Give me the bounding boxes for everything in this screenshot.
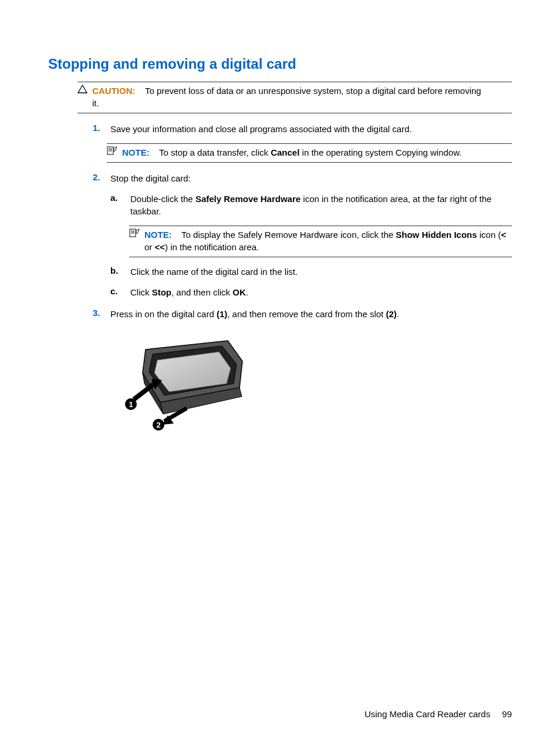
footer-section-title: Using Media Card Reader cards <box>365 709 490 719</box>
step-2: 2. Stop the digital card: a. Double-clic… <box>93 172 512 298</box>
note-icon <box>107 146 118 157</box>
note-callout-2: NOTE: To display the Safely Remove Hardw… <box>129 226 512 257</box>
note-1-text: To stop a data transfer, click Cancel in… <box>152 147 462 157</box>
step-2-text: Stop the digital card: <box>110 173 191 183</box>
caution-callout: CAUTION: To prevent loss of data or an u… <box>77 82 512 113</box>
substep-c-text: Click Stop, and then click OK. <box>130 287 248 297</box>
substep-letter: a. <box>110 193 118 203</box>
page-footer: Using Media Card Reader cards 99 <box>365 709 512 719</box>
sub-steps-list: a. Double-click the Safely Remove Hardwa… <box>110 193 512 298</box>
note-label: NOTE: <box>122 147 150 157</box>
main-steps-list: 1. Save your information and close all p… <box>93 123 512 445</box>
step-1-text: Save your information and close all prog… <box>110 124 412 134</box>
svg-rect-4 <box>130 229 136 237</box>
step-3: 3. Press in on the digital card (1), and… <box>93 308 512 445</box>
substep-b: b. Click the name of the digital card in… <box>110 266 512 278</box>
substep-letter: c. <box>110 286 118 296</box>
substep-a: a. Double-click the Safely Remove Hardwa… <box>110 193 512 257</box>
substep-a-text: Double-click the Safely Remove Hardware … <box>130 194 491 216</box>
step-number: 1. <box>93 123 100 133</box>
svg-text:2: 2 <box>156 421 160 429</box>
caution-text-2: it. <box>92 97 512 109</box>
caution-triangle-icon <box>77 85 87 95</box>
digital-card-figure: 1 2 <box>122 332 512 445</box>
substep-b-text: Click the name of the digital card in th… <box>130 267 298 277</box>
footer-page-number: 99 <box>502 709 512 719</box>
step-number: 2. <box>93 172 100 182</box>
svg-text:1: 1 <box>129 400 133 409</box>
caution-label: CAUTION: <box>92 86 135 96</box>
note-icon <box>129 228 140 239</box>
note-label: NOTE: <box>144 230 172 240</box>
svg-rect-0 <box>107 147 113 154</box>
note-callout-1: NOTE: To stop a data transfer, click Can… <box>107 143 512 163</box>
step-number: 3. <box>93 308 100 318</box>
substep-c: c. Click Stop, and then click OK. <box>110 286 512 298</box>
step-3-text: Press in on the digital card (1), and th… <box>110 309 399 319</box>
page-heading: Stopping and removing a digital card <box>48 56 512 72</box>
note-2-text: To display the Safely Remove Hardware ic… <box>144 230 506 252</box>
substep-letter: b. <box>110 266 118 275</box>
caution-text-1: To prevent loss of data or an unresponsi… <box>138 86 481 96</box>
step-1: 1. Save your information and close all p… <box>93 123 512 163</box>
